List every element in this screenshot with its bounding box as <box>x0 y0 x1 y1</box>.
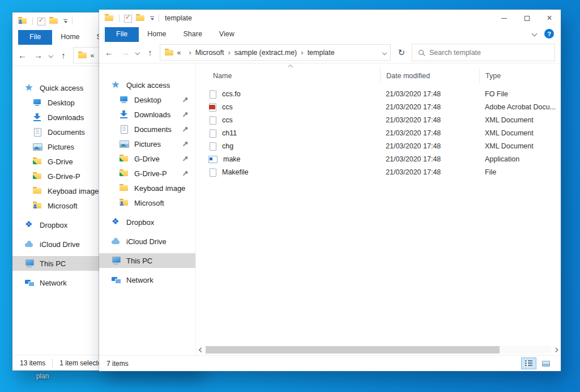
sidebar-item[interactable]: Quick access <box>12 80 109 95</box>
sidebar-item[interactable]: Pictures <box>99 137 195 151</box>
close-button[interactable]: × <box>538 10 561 27</box>
minimize-button[interactable] <box>493 10 515 27</box>
file-name-cell[interactable]: ch11 <box>196 129 380 137</box>
sidebar-item[interactable]: Microsoft <box>12 198 109 213</box>
desktop-icon-label[interactable]: plan <box>29 372 56 380</box>
ribbon-tab[interactable]: View <box>211 27 243 42</box>
search-box[interactable] <box>412 44 555 61</box>
folder-icon[interactable] <box>136 14 146 22</box>
breadcrumb-item[interactable]: › Microsoft <box>185 48 224 57</box>
sidebar-item-label: Keyboad image <box>134 184 185 193</box>
sidebar-item-icon <box>120 199 129 207</box>
breadcrumb-prefix[interactable]: « <box>91 52 95 59</box>
explorer-window-front[interactable]: template × FileHomeShareView ? ← → ↑ « › <box>99 10 561 371</box>
thumbnails-view-button[interactable] <box>538 357 553 369</box>
sidebar-item[interactable]: Network <box>99 272 195 287</box>
column-header[interactable]: Name <box>196 69 380 83</box>
file-row[interactable]: ccs 21/03/2020 17:48 Adobe Acrobat Docu.… <box>196 100 561 113</box>
breadcrumb-item[interactable]: › sample (extract.me) <box>224 48 297 57</box>
details-view-button[interactable] <box>521 357 536 369</box>
sidebar-item-label: Microsoft <box>134 199 164 207</box>
scrollbar-thumb[interactable] <box>206 346 500 353</box>
search-input[interactable] <box>429 49 548 57</box>
scroll-right-icon[interactable] <box>551 346 560 354</box>
checkbox-icon[interactable] <box>37 18 45 25</box>
horizontal-scrollbar[interactable] <box>197 346 560 354</box>
sidebar-item[interactable]: Downloads <box>12 110 109 125</box>
sidebar-item[interactable]: Documents <box>99 122 195 137</box>
ribbon-tab[interactable]: Home <box>139 27 174 42</box>
column-header[interactable]: Date modified <box>380 69 479 83</box>
qat-customize-icon[interactable] <box>63 19 67 23</box>
sidebar-item[interactable]: This PC <box>12 256 109 271</box>
maximize-button[interactable] <box>515 10 538 27</box>
breadcrumb-item[interactable]: › template <box>297 48 334 57</box>
sidebar-item[interactable]: Desktop <box>99 92 195 107</box>
sidebar-item[interactable]: Keyboad image <box>99 181 195 195</box>
file-row[interactable]: ccs.fo 21/03/2020 17:48 FO File <box>196 87 561 100</box>
sidebar-item[interactable]: This PC <box>99 253 195 268</box>
sidebar-item[interactable]: iCloud Drive <box>12 237 109 252</box>
sidebar-item[interactable]: G-Drive <box>99 151 195 166</box>
sidebar-item[interactable]: Microsoft <box>99 195 195 210</box>
ribbon-tab[interactable]: File <box>18 30 52 45</box>
sidebar-item-label: Keyboad image <box>48 187 99 195</box>
file-name: ccs <box>222 116 233 124</box>
breadcrumb-prefix[interactable]: « <box>177 49 181 57</box>
shared-folder-icon[interactable] <box>18 17 28 25</box>
folder-icon[interactable] <box>49 17 59 25</box>
back-button[interactable]: ← <box>16 51 29 59</box>
forward-button[interactable]: → <box>118 48 131 57</box>
file-name-cell[interactable]: ccs <box>196 103 380 111</box>
titlebar[interactable]: template × <box>99 10 561 27</box>
file-date-modified: 21/03/2020 17:48 <box>380 155 479 163</box>
checkbox-icon[interactable] <box>124 15 131 22</box>
scroll-left-icon[interactable] <box>197 346 206 354</box>
sidebar-item-label: G-Drive <box>134 155 160 163</box>
column-header[interactable]: Type <box>479 69 561 83</box>
sidebar-item[interactable]: Desktop <box>12 95 109 110</box>
file-name-cell[interactable]: ccs.fo <box>196 90 380 98</box>
file-row[interactable]: ccs 21/03/2020 17:48 XML Document <box>196 113 561 126</box>
file-name-cell[interactable]: make <box>196 155 380 163</box>
folder-icon[interactable] <box>105 14 114 22</box>
file-row[interactable]: make 21/03/2020 17:48 Application <box>196 152 561 165</box>
back-button[interactable]: ← <box>103 48 116 57</box>
ribbon-tab[interactable]: Share <box>175 27 211 42</box>
sidebar-item[interactable]: Documents <box>12 125 109 139</box>
ribbon-collapse-icon[interactable] <box>532 31 538 37</box>
refresh-button[interactable]: ↻ <box>394 48 409 58</box>
file-row[interactable]: Makefile 21/03/2020 17:48 File <box>196 165 561 178</box>
file-name-cell[interactable]: ccs <box>196 116 380 124</box>
up-button[interactable]: ↑ <box>144 48 157 57</box>
file-row[interactable]: ch11 21/03/2020 17:48 XML Document <box>196 126 561 139</box>
sidebar-item[interactable]: Pictures <box>12 139 109 154</box>
file-name-cell[interactable]: chg <box>196 142 380 150</box>
sidebar-item[interactable]: iCloud Drive <box>99 234 195 249</box>
sidebar-item[interactable]: G-Drive-P <box>99 166 195 181</box>
file-row[interactable]: chg 21/03/2020 17:48 XML Document <box>196 139 561 152</box>
address-bar[interactable]: « › Microsoft › sample (extract.me) › te… <box>160 44 391 61</box>
scrollbar-track[interactable] <box>206 346 551 354</box>
sidebar-item[interactable]: Downloads <box>99 107 195 122</box>
help-button[interactable]: ? <box>544 29 554 39</box>
recent-locations-icon[interactable] <box>49 53 53 58</box>
ribbon-tab[interactable]: File <box>105 27 139 42</box>
sidebar-item[interactable]: G-Drive-P <box>12 169 109 184</box>
sidebar-item[interactable]: Keyboad image <box>12 184 109 198</box>
sidebar-item-icon <box>25 259 35 267</box>
forward-button[interactable]: → <box>32 51 45 59</box>
qat-customize-icon[interactable] <box>150 16 154 20</box>
ribbon-tab[interactable]: Home <box>52 30 88 45</box>
file-name-cell[interactable]: Makefile <box>196 168 380 176</box>
sidebar-item[interactable]: G-Drive <box>12 154 109 169</box>
up-button[interactable]: ↑ <box>57 51 70 59</box>
sidebar-item[interactable]: Dropbox <box>99 215 195 229</box>
file-type: Application <box>479 155 561 163</box>
sidebar-item[interactable]: Quick access <box>99 78 195 92</box>
sidebar-item[interactable]: Dropbox <box>12 218 109 232</box>
address-dropdown-icon[interactable] <box>382 50 387 55</box>
separator <box>119 14 120 22</box>
recent-locations-icon[interactable] <box>135 50 140 55</box>
sidebar-item[interactable]: Network <box>12 275 109 290</box>
